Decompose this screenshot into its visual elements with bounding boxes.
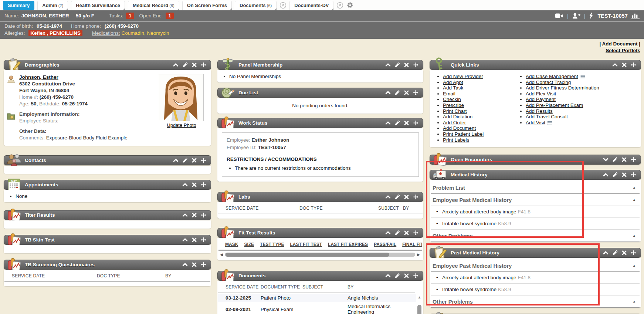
tab-on-screen-forms[interactable]: On Screen Forms [182, 1, 232, 10]
add-document-link[interactable]: | Add Document | [599, 41, 640, 47]
chevron-down-icon[interactable] [603, 157, 609, 162]
close-icon[interactable] [191, 62, 197, 68]
quick-link[interactable]: Add Order [443, 120, 514, 126]
pencil-icon[interactable] [612, 172, 618, 178]
person-plus-icon[interactable] [572, 13, 580, 19]
close-icon[interactable] [621, 250, 627, 256]
close-icon[interactable] [404, 62, 409, 68]
pencil-icon[interactable] [394, 273, 400, 278]
tasks-badge[interactable]: 1 [126, 13, 134, 19]
scroll-left-icon[interactable]: ◀ [219, 252, 224, 257]
scroll-up-icon[interactable]: ▲ [418, 295, 421, 300]
col-pass-fail[interactable]: PASS/FAIL [374, 242, 396, 247]
select-portlets-link[interactable]: Select Portlets [606, 47, 640, 54]
chevron-up-icon[interactable] [182, 237, 188, 243]
chevron-up-icon[interactable] [385, 120, 391, 126]
pencil-icon[interactable] [394, 90, 400, 95]
pencil-icon[interactable] [394, 230, 400, 236]
close-icon[interactable] [191, 262, 197, 267]
section-problem-list[interactable]: Problem List ▲ [431, 182, 640, 194]
chevron-up-icon[interactable] [603, 250, 609, 256]
move-icon[interactable] [413, 62, 418, 68]
accordion-triangle-icon[interactable]: ▲ [633, 264, 636, 267]
scroll-right-icon[interactable]: ▶ [416, 252, 421, 257]
quick-link[interactable]: Print Patient Label [443, 131, 514, 137]
chevron-up-icon[interactable] [173, 62, 179, 68]
move-icon[interactable] [201, 262, 206, 267]
problem-item[interactable]: Irritable bowel syndromeK58.9 [431, 284, 640, 296]
update-photo-link[interactable]: Update Photo [167, 122, 196, 128]
move-icon[interactable] [413, 90, 418, 95]
chevron-up-icon[interactable] [612, 62, 618, 68]
move-icon[interactable] [413, 230, 418, 236]
chevron-up-icon[interactable] [173, 158, 179, 163]
quick-link[interactable]: Add New Provider [443, 74, 514, 80]
quick-link[interactable]: Add Case Management [526, 74, 599, 80]
quick-link[interactable]: Email [443, 91, 514, 97]
col-test-type[interactable]: TEST TYPE [260, 242, 284, 247]
quick-link[interactable]: Add Travel Consult [526, 114, 599, 120]
move-icon[interactable] [201, 212, 206, 218]
col-last-fit-expires[interactable]: LAST FIT EXPIRES [328, 242, 368, 247]
tab-summary[interactable]: Summary [3, 1, 34, 10]
move-icon[interactable] [413, 120, 418, 126]
chevron-up-icon[interactable] [182, 262, 188, 267]
close-icon[interactable] [404, 194, 409, 200]
table-row[interactable]: 03-12-2025 Patient Photo Angie Nichols [218, 294, 416, 302]
chevron-up-icon[interactable] [603, 172, 609, 178]
close-icon[interactable] [404, 120, 409, 126]
medications-label[interactable]: Medications: [92, 30, 120, 36]
pencil-icon[interactable] [612, 250, 618, 256]
close-icon[interactable] [191, 158, 197, 163]
move-icon[interactable] [413, 273, 418, 278]
quick-link[interactable]: Add Contact Tracing [526, 80, 599, 85]
table-row[interactable]: 02-08-2021 Physical Exam Medical Informa… [218, 302, 416, 314]
chevron-up-icon[interactable] [385, 194, 391, 200]
pencil-icon[interactable] [394, 62, 400, 68]
quick-link[interactable]: Prescribe [443, 102, 514, 108]
problem-item[interactable]: Anxiety about altered body imageF41.8 [431, 206, 640, 218]
pencil-icon[interactable] [182, 62, 188, 68]
chevron-up-icon[interactable] [182, 212, 188, 218]
quick-link[interactable]: Add Pre-Placement Exam [526, 102, 599, 108]
close-icon[interactable] [404, 230, 409, 236]
close-icon[interactable] [191, 212, 197, 218]
accordion-triangle-icon[interactable]: ▲ [633, 186, 636, 189]
col-size[interactable]: SIZE [244, 242, 254, 247]
problem-item[interactable]: Irritable bowel syndromeK58.9 [431, 218, 640, 230]
move-icon[interactable] [413, 194, 418, 200]
tab-health-surveillance[interactable]: Health Surveillance [71, 1, 125, 10]
accordion-triangle-icon[interactable]: ▲ [633, 300, 636, 303]
move-icon[interactable] [631, 172, 636, 178]
pencil-icon[interactable] [394, 194, 400, 200]
chevron-up-icon[interactable] [182, 182, 188, 188]
quick-link[interactable]: Checkin [443, 97, 514, 102]
close-icon[interactable] [191, 237, 197, 243]
problem-item[interactable]: Anxiety about altered body imageF41.8 [431, 272, 640, 284]
col-mask[interactable]: MASK [225, 242, 238, 247]
quick-link[interactable]: Add Visit [526, 120, 599, 126]
move-icon[interactable] [201, 158, 206, 163]
quick-link[interactable]: Add Task [443, 85, 514, 91]
section-other-problems[interactable]: Other Problems ▲ [431, 296, 640, 308]
move-icon[interactable] [631, 157, 636, 162]
move-icon[interactable] [201, 182, 206, 188]
close-icon[interactable] [191, 182, 197, 188]
open-enc-badge[interactable]: 1 [166, 13, 173, 19]
scrollbar-thumb[interactable] [417, 305, 421, 314]
tab-documents[interactable]: Documents(6) [235, 1, 277, 10]
close-icon[interactable] [621, 172, 627, 178]
close-icon[interactable] [404, 90, 409, 95]
quick-link[interactable]: Add Appt [443, 80, 514, 85]
quick-link[interactable]: Add Flex Visit [526, 91, 599, 97]
quick-link[interactable]: Add Dictation [443, 114, 514, 120]
pencil-icon[interactable] [394, 120, 400, 126]
scrollbar-thumb[interactable] [226, 253, 389, 257]
accordion-triangle-icon[interactable]: ▲ [633, 198, 636, 202]
close-icon[interactable] [621, 62, 627, 68]
tab-medical-record[interactable]: Medical Record(8) [128, 1, 179, 10]
chevron-up-icon[interactable] [385, 62, 391, 68]
chevron-up-icon[interactable] [385, 273, 391, 278]
quick-link[interactable]: Add Driver Fitness Determination [526, 85, 599, 91]
col-final-fit-factor[interactable]: FINAL FIT FACTOR [402, 242, 422, 247]
